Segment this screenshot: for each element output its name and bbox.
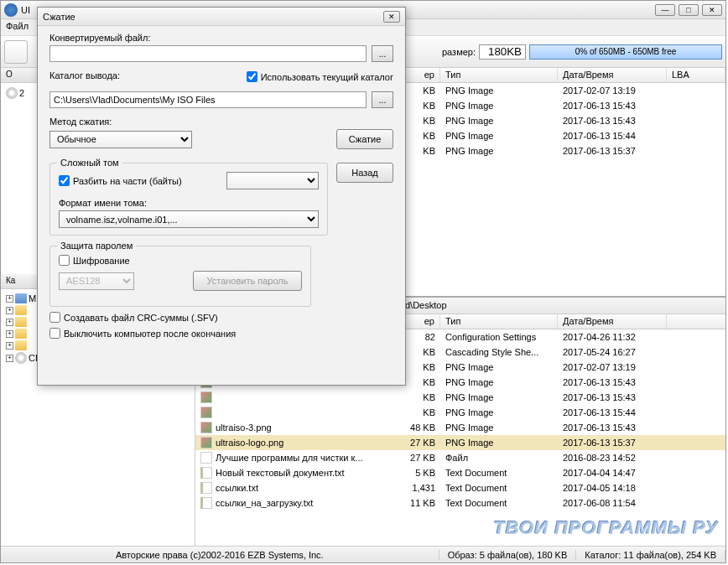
table-row[interactable]: Лучшие программы для чистки к...27 KBФай… bbox=[195, 450, 725, 465]
tree-toggle-icon[interactable]: + bbox=[6, 330, 13, 338]
close-button[interactable]: ✕ bbox=[702, 4, 722, 16]
folder-icon bbox=[15, 329, 27, 339]
browse-output-button[interactable]: ... bbox=[372, 91, 393, 108]
dialog-close-button[interactable]: ✕ bbox=[383, 11, 400, 23]
dialog-titlebar: Сжатие ✕ bbox=[38, 8, 405, 26]
file-icon bbox=[200, 437, 212, 448]
method-label: Метод сжатия: bbox=[49, 117, 393, 127]
minimize-button[interactable]: — bbox=[655, 4, 675, 16]
source-file-input[interactable] bbox=[49, 45, 367, 62]
dialog-title: Сжатие bbox=[43, 12, 383, 22]
set-password-button: Установить пароль bbox=[193, 271, 302, 291]
volfmt-label: Формат имени тома: bbox=[59, 198, 319, 208]
volume-group: Сложный том Разбить на части (байты) Фор… bbox=[49, 163, 328, 236]
shutdown-checkbox[interactable]: Выключить компьютер после окончания bbox=[49, 328, 393, 339]
table-row[interactable]: ссылки_на_загрузку.txt11 KBText Document… bbox=[195, 495, 725, 511]
password-group: Защита паролем Шифрование AES128 Установ… bbox=[49, 246, 311, 307]
table-row[interactable]: KBPNG Image2017-06-13 15:44 bbox=[195, 405, 725, 420]
file-icon bbox=[200, 452, 212, 464]
file-icon bbox=[200, 407, 212, 418]
statusbar: Авторские права (c)2002-2016 EZB Systems… bbox=[1, 546, 725, 562]
size-label: размер: bbox=[442, 47, 476, 57]
folder-icon bbox=[15, 317, 27, 327]
split-size-select[interactable] bbox=[226, 172, 319, 189]
tree-toggle-icon[interactable]: + bbox=[6, 342, 13, 350]
cd-icon bbox=[15, 352, 27, 364]
maximize-button[interactable]: □ bbox=[679, 4, 699, 16]
app-icon bbox=[4, 3, 18, 17]
file-icon bbox=[200, 467, 212, 479]
use-current-dir-checkbox[interactable]: Использовать текущий каталог bbox=[247, 71, 393, 82]
folder-icon bbox=[15, 340, 27, 350]
split-checkbox[interactable]: Разбить на части (байты) bbox=[59, 175, 182, 186]
browse-source-button[interactable]: ... bbox=[372, 45, 393, 62]
compress-button[interactable]: Сжатие bbox=[336, 129, 393, 149]
output-dir-input[interactable] bbox=[49, 91, 367, 108]
file-icon bbox=[200, 482, 212, 494]
method-select[interactable]: Обычное bbox=[49, 131, 192, 148]
table-row[interactable]: KBPNG Image2017-06-13 15:43 bbox=[195, 390, 725, 405]
tree-toggle-icon[interactable]: + bbox=[6, 319, 13, 326]
file-icon bbox=[200, 497, 212, 509]
cd-icon bbox=[6, 87, 18, 99]
file-icon bbox=[200, 422, 212, 433]
status-catalog: Каталог: 11 файла(ов), 254 KB bbox=[576, 550, 725, 560]
folder-icon bbox=[15, 305, 27, 315]
table-row[interactable]: ultraiso-logo.png27 KBPNG Image2017-06-1… bbox=[195, 435, 725, 450]
output-dir-label: Каталог вывода: bbox=[49, 70, 120, 80]
file-icon bbox=[200, 391, 212, 403]
status-image: Образ: 5 файла(ов), 180 KB bbox=[439, 550, 577, 560]
table-row[interactable]: ultraiso-3.png48 KBPNG Image2017-06-13 1… bbox=[195, 420, 725, 435]
compression-dialog: Сжатие ✕ Конвертируемый файл: ... Катало… bbox=[37, 7, 406, 386]
tree-toggle-icon[interactable]: + bbox=[6, 295, 13, 303]
encrypt-checkbox[interactable]: Шифрование bbox=[59, 255, 302, 266]
back-button[interactable]: Назад bbox=[336, 163, 393, 183]
tree-toggle-icon[interactable]: + bbox=[6, 307, 13, 314]
pc-icon bbox=[15, 293, 27, 303]
volfmt-select[interactable]: volname.isz,volname.i01,... bbox=[59, 210, 319, 228]
source-file-label: Конвертируемый файл: bbox=[49, 33, 393, 43]
progress-bar: 0% of 650MB - 650MB free bbox=[529, 44, 722, 60]
size-input[interactable] bbox=[479, 44, 526, 60]
table-row[interactable]: Новый текстовый документ.txt5 KBText Doc… bbox=[195, 465, 725, 480]
menu-file[interactable]: Файл bbox=[6, 21, 29, 31]
new-file-icon[interactable] bbox=[4, 40, 28, 64]
table-row[interactable]: ссылки.txt1,431Text Document2017-04-05 1… bbox=[195, 480, 725, 495]
copyright-text: Авторские права (c)2002-2016 EZB Systems… bbox=[1, 550, 439, 560]
crc-checkbox[interactable]: Создавать файл CRC-суммы (.SFV) bbox=[49, 312, 393, 323]
encryption-select: AES128 bbox=[59, 272, 134, 290]
tree-toggle-icon[interactable]: + bbox=[6, 355, 13, 362]
